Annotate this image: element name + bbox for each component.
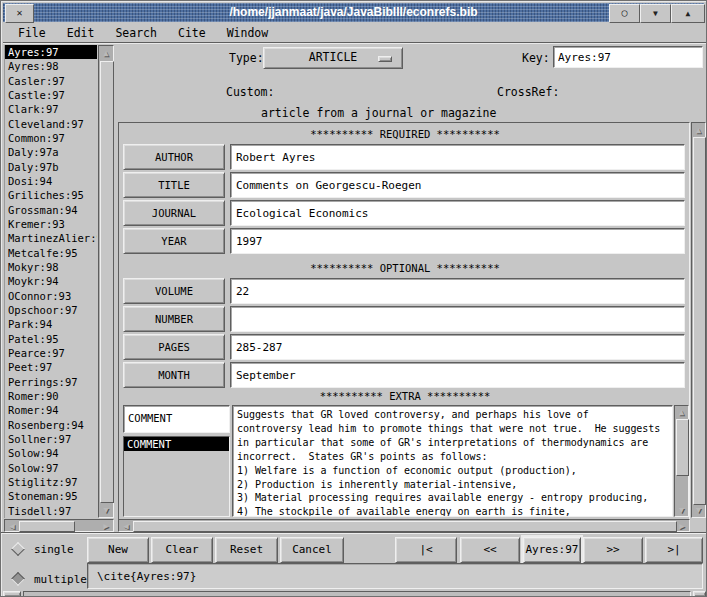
list-item[interactable]: Romer:90 xyxy=(5,389,97,403)
list-item[interactable]: Clark:97 xyxy=(5,102,97,116)
extra-field-list[interactable]: COMMENT xyxy=(123,436,230,517)
multiple-mode-radio[interactable] xyxy=(11,572,25,586)
list-item[interactable]: Griliches:95 xyxy=(5,188,97,202)
single-mode-radio[interactable] xyxy=(11,542,25,556)
form-hscrollbar[interactable]: ◀ ▶ xyxy=(118,519,690,532)
title-input[interactable] xyxy=(230,172,685,198)
number-input[interactable] xyxy=(230,306,685,332)
list-item[interactable]: Tisdell:97 xyxy=(5,504,97,518)
form-vscrollbar[interactable]: ▲ ▼ xyxy=(691,122,706,518)
list-item[interactable]: Rosenberg:94 xyxy=(5,418,97,432)
list-item[interactable]: Castle:97 xyxy=(5,88,97,102)
pages-field-label[interactable]: PAGES xyxy=(123,334,225,360)
textarea-vscroll-thumb[interactable] xyxy=(676,419,689,476)
volume-field-label[interactable]: VOLUME xyxy=(123,278,225,304)
form-hscroll-thumb[interactable] xyxy=(133,521,677,532)
list-hscroll-thumb[interactable] xyxy=(19,521,75,532)
author-input[interactable] xyxy=(230,144,685,170)
list-item[interactable]: MartinezAlier:9 xyxy=(5,231,97,245)
list-scroll-up-icon[interactable]: ▲ xyxy=(99,47,113,59)
list-item[interactable]: Stiglitz:97 xyxy=(5,475,97,489)
list-scroll-left-icon[interactable]: ◀ xyxy=(6,520,18,532)
list-item[interactable]: Patel:95 xyxy=(5,332,97,346)
form-scroll-down-icon[interactable]: ▼ xyxy=(692,504,705,516)
list-scroll-down-icon[interactable]: ▼ xyxy=(99,504,113,516)
list-item[interactable]: Perrings:97 xyxy=(5,375,97,389)
list-item[interactable]: Stoneman:95 xyxy=(5,489,97,503)
clear-button[interactable]: Clear xyxy=(151,537,213,563)
reset-button[interactable]: Reset xyxy=(215,537,278,563)
list-item[interactable]: Park:94 xyxy=(5,317,97,331)
menu-edit[interactable]: Edit xyxy=(61,24,101,42)
menu-cite[interactable]: Cite xyxy=(172,24,212,42)
list-item[interactable]: Pearce:97 xyxy=(5,346,97,360)
month-input[interactable] xyxy=(230,362,685,388)
title-field-label[interactable]: TITLE xyxy=(123,172,225,198)
list-item[interactable]: Romer:94 xyxy=(5,403,97,417)
resize-grip-left[interactable] xyxy=(3,591,21,597)
list-scroll-right-icon[interactable]: ▶ xyxy=(100,520,112,532)
list-item[interactable]: Daly:97b xyxy=(5,160,97,174)
new-button[interactable]: New xyxy=(87,537,149,563)
list-item[interactable]: Sollner:97 xyxy=(5,432,97,446)
form-scroll-right-icon[interactable]: ▶ xyxy=(676,520,688,532)
list-item[interactable]: Dosi:94 xyxy=(5,174,97,188)
cite-command-input[interactable] xyxy=(87,563,703,589)
list-item[interactable]: Casler:97 xyxy=(5,74,97,88)
month-field-label[interactable]: MONTH xyxy=(123,362,225,388)
textarea-vscrollbar[interactable]: ▲ ▼ xyxy=(674,405,689,517)
year-input[interactable] xyxy=(230,228,685,254)
nav-prev-button[interactable]: << xyxy=(460,537,520,563)
list-item[interactable]: Cleveland:97 xyxy=(5,117,97,131)
list-item[interactable]: Mokyr:98 xyxy=(5,260,97,274)
textarea-scroll-down-icon[interactable]: ▼ xyxy=(675,504,688,516)
raise-window-button[interactable]: ▲ xyxy=(671,4,705,23)
circle-button[interactable]: ○ xyxy=(609,4,640,23)
menu-file[interactable]: File xyxy=(12,24,52,42)
list-item[interactable]: Opschoor:97 xyxy=(5,303,97,317)
list-item[interactable]: Common:97 xyxy=(5,131,97,145)
list-item[interactable]: Kremer:93 xyxy=(5,217,97,231)
list-item[interactable]: Solow:97 xyxy=(5,461,97,475)
list-item[interactable]: Moykr:94 xyxy=(5,274,97,288)
list-hscrollbar[interactable]: ◀ ▶ xyxy=(4,519,114,532)
list-item[interactable]: Daly:97a xyxy=(5,145,97,159)
titlebar[interactable]: ✕ /home/jjanmaat/java/JavaBibIII/econref… xyxy=(3,3,704,22)
list-item[interactable]: Grossman:94 xyxy=(5,203,97,217)
extra-textarea[interactable]: Suggests that GR loved controversy, and … xyxy=(232,405,673,517)
field-row: PAGES xyxy=(123,334,685,360)
nav-next-button[interactable]: >> xyxy=(583,537,643,563)
year-field-label[interactable]: YEAR xyxy=(123,228,225,254)
form-vscroll-thumb[interactable] xyxy=(693,137,706,505)
cancel-button[interactable]: Cancel xyxy=(280,537,344,563)
list-vscrollbar[interactable]: ▲ ▼ xyxy=(98,45,114,518)
nav-first-button[interactable]: |< xyxy=(395,537,457,563)
form-scroll-left-icon[interactable]: ◀ xyxy=(120,520,132,532)
reference-list[interactable]: Ayres:97Ayres:98Casler:97Castle:97Clark:… xyxy=(4,45,97,518)
extra-field-selector[interactable]: COMMENT xyxy=(123,405,230,433)
menu-search[interactable]: Search xyxy=(109,24,163,42)
resize-grip-right[interactable] xyxy=(693,591,706,597)
nav-last-button[interactable]: >| xyxy=(645,537,703,563)
extra-field-list-item[interactable]: COMMENT xyxy=(124,437,229,451)
list-item[interactable]: Metcalfe:95 xyxy=(5,246,97,260)
textarea-scroll-up-icon[interactable]: ▲ xyxy=(675,406,688,418)
list-item[interactable]: Peet:97 xyxy=(5,360,97,374)
list-item[interactable]: Solow:94 xyxy=(5,446,97,460)
nav-current-record[interactable]: Ayres:97 xyxy=(523,537,581,563)
list-vscroll-thumb[interactable] xyxy=(100,61,114,503)
author-field-label[interactable]: AUTHOR xyxy=(123,144,225,170)
lower-window-button[interactable]: ▼ xyxy=(640,4,671,23)
pages-input[interactable] xyxy=(230,334,685,360)
list-item[interactable]: Ayres:97 xyxy=(5,45,97,59)
form-scroll-up-icon[interactable]: ▲ xyxy=(692,124,705,136)
type-option-menu[interactable]: ARTICLE xyxy=(263,47,403,69)
journal-input[interactable] xyxy=(230,200,685,226)
number-field-label[interactable]: NUMBER xyxy=(123,306,225,332)
menu-window[interactable]: Window xyxy=(221,24,275,42)
list-item[interactable]: Ayres:98 xyxy=(5,59,97,73)
key-input[interactable] xyxy=(553,46,703,68)
journal-field-label[interactable]: JOURNAL xyxy=(123,200,225,226)
volume-input[interactable] xyxy=(230,278,685,304)
list-item[interactable]: OConnor:93 xyxy=(5,289,97,303)
